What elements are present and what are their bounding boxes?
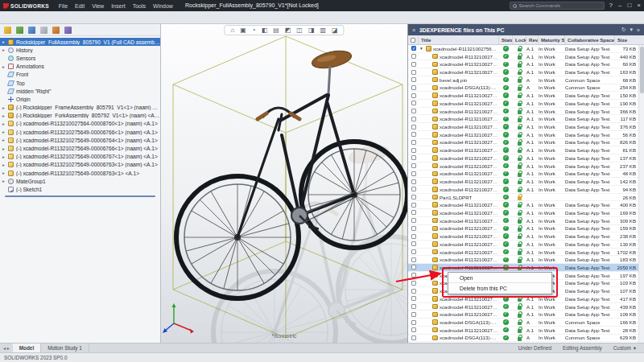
tree-item[interactable]: ▸(-) xcadmodel-R113210275649-00006766<1>…	[0, 144, 160, 152]
pin-icon[interactable]: ▾	[630, 27, 634, 33]
file-row[interactable]: bevel adj.pinAIn WorkCommon Space68 KB	[408, 76, 644, 84]
row-checkbox[interactable]	[411, 125, 416, 130]
displaymanager-tab-icon[interactable]	[52, 27, 60, 34]
file-row[interactable]: xcadmodel-R113210027564...A.1In WorkData…	[408, 108, 644, 116]
menu-window[interactable]: Window	[153, 3, 173, 9]
file-row[interactable]: Part1.SLDPRT26 KB	[408, 194, 644, 202]
file-row[interactable]: xcadmodel-R113210027564...A.1In WorkData…	[408, 209, 644, 217]
maximize-button[interactable]: □	[627, 2, 631, 10]
tree-item[interactable]: midden "Right"	[0, 87, 160, 95]
row-checkbox[interactable]	[411, 289, 416, 294]
menu-insert[interactable]: Insert	[111, 3, 126, 9]
tree-item[interactable]: Origin	[0, 95, 160, 103]
row-checkbox[interactable]	[411, 312, 416, 317]
row-checkbox[interactable]	[411, 101, 416, 105]
file-row[interactable]: xcadmodel-R113210027564...A.1In WorkData…	[408, 92, 644, 100]
row-checkbox[interactable]	[411, 327, 416, 332]
context-menu-delete-from-pc[interactable]: Delete from this PC	[448, 283, 551, 294]
tree-expander-icon[interactable]: ▸	[2, 39, 8, 44]
tree-item[interactable]: ▸History	[0, 46, 160, 54]
zoom-fit-icon[interactable]: ⌂	[230, 26, 234, 35]
refresh-icon[interactable]: ↻	[621, 27, 626, 33]
file-row[interactable]: xcadmodel-R113210027564...A.1In WorkData…	[408, 327, 644, 335]
menu-file[interactable]: File	[59, 3, 68, 9]
dynamic-annotation-icon[interactable]: ▤	[273, 26, 279, 35]
tab-scroll-arrows[interactable]: ◂ ▸	[0, 345, 13, 351]
file-row[interactable]: xcadmodel-R113210027564...A.1In WorkData…	[408, 295, 644, 303]
row-checkbox[interactable]	[411, 226, 416, 231]
collapse-icon[interactable]: »	[637, 27, 640, 33]
tree-item[interactable]: ▸(-) xcadmodel-R113210275649-00006766<1>…	[0, 128, 160, 136]
file-row[interactable]: xcadmodel-R113210027564...A.1In WorkData…	[408, 171, 644, 179]
row-checkbox[interactable]	[411, 234, 416, 239]
row-checkbox[interactable]	[411, 241, 416, 246]
file-row[interactable]: xcadmodel-R113210027564...A.1In WorkData…	[408, 146, 644, 154]
row-expander-icon[interactable]: ▾	[420, 46, 426, 51]
configurationmanager-tab-icon[interactable]	[28, 27, 35, 34]
file-row[interactable]: xcadmodel-R113210027564...A.1In WorkData…	[408, 225, 644, 233]
tab-motion-study[interactable]: Motion Study 1	[41, 343, 89, 352]
tree-expander-icon[interactable]: ▸	[2, 146, 8, 151]
file-row[interactable]: xcadmodel-R113210027564...A.1In WorkData…	[408, 217, 644, 225]
column-collaborative-space[interactable]: Collaborative Space	[565, 35, 615, 44]
hide-show-icon[interactable]: ◨	[308, 26, 315, 35]
file-row[interactable]: xcadmodel-R113210027564...A.1In WorkData…	[408, 201, 644, 209]
tree-item[interactable]: Top	[0, 79, 160, 87]
row-checkbox[interactable]	[411, 93, 416, 98]
column-title[interactable]: Title	[419, 35, 499, 44]
row-checkbox[interactable]	[411, 85, 416, 90]
cam-tab-icon[interactable]	[64, 27, 72, 34]
tree-expander-icon[interactable]: ▸	[2, 130, 8, 134]
scrollbar-thumb[interactable]	[640, 47, 644, 93]
row-checkbox[interactable]	[411, 54, 416, 59]
tree-item[interactable]: ▸(-) xcadmodel-R113210275649-00006767<1>…	[0, 153, 160, 161]
file-row[interactable]: xcadmodel-R113210027564...A.1In WorkData…	[408, 249, 644, 257]
row-checkbox[interactable]	[411, 335, 416, 340]
row-checkbox[interactable]	[411, 155, 416, 160]
file-row[interactable]: xcadmodel-R113210027564...A.1In WorkData…	[408, 303, 644, 311]
close-button[interactable]: ×	[637, 2, 641, 10]
dimxpertmanager-tab-icon[interactable]	[40, 27, 47, 34]
row-checkbox[interactable]	[411, 163, 416, 168]
tree-item[interactable]: ▸(-) Rockskipper_FrameAssembly_805791_V1…	[0, 104, 160, 112]
menu-edit[interactable]: Edit	[75, 3, 85, 9]
row-checkbox[interactable]	[411, 257, 416, 262]
tree-expander-icon[interactable]: ▸	[2, 179, 8, 183]
tree-expander-icon[interactable]: ▸	[2, 171, 8, 175]
tree-item[interactable]: Front	[0, 71, 160, 79]
row-checkbox[interactable]	[411, 77, 416, 82]
file-row[interactable]: xcadmodel-R113210027564...A.1In WorkData…	[408, 154, 644, 162]
row-checkbox[interactable]	[411, 281, 416, 286]
row-checkbox[interactable]	[411, 265, 416, 269]
tree-item[interactable]: ▸(-) xcadmodel-R113210027564-00008760<1>…	[0, 120, 160, 128]
row-checkbox[interactable]	[411, 320, 416, 325]
row-checkbox[interactable]	[411, 296, 416, 301]
row-checkbox[interactable]	[411, 70, 416, 75]
file-row[interactable]: xcadmodel-R113210027564...A.1In WorkData…	[408, 311, 644, 319]
propertymanager-tab-icon[interactable]	[16, 27, 23, 34]
file-row[interactable]: xcadmodel-R113210027564...A.1In WorkData…	[408, 264, 644, 272]
tree-item[interactable]: ▸(-) xcadmodel-R113210275649-00006764<1>…	[0, 136, 160, 144]
column-size[interactable]: Size	[615, 35, 638, 44]
file-row[interactable]: xcadmodel-R113210027564...A.1In WorkData…	[408, 232, 644, 241]
file-row[interactable]: ▾xcadmodel-R1132100275649...A.1In WorkDa…	[408, 45, 644, 53]
tree-item[interactable]: ▸(-) Rockskipper_ForkAssembly_805792_V1<…	[0, 112, 160, 120]
file-row[interactable]: xcadmodel-R113210027564...A.1In WorkData…	[408, 162, 644, 171]
column-maturity-state[interactable]: Maturity State	[539, 35, 565, 44]
tree-item[interactable]: (-) Sketch1	[0, 185, 160, 193]
tree-expander-icon[interactable]: ▸	[2, 162, 8, 167]
row-checkbox[interactable]	[411, 195, 416, 200]
section-view-icon[interactable]: ◧	[262, 26, 268, 35]
help-button[interactable]: ?	[609, 2, 613, 10]
row-checkbox[interactable]	[411, 171, 416, 176]
tree-expander-icon[interactable]: ▸	[2, 64, 8, 69]
tree-expander-icon[interactable]: ▸	[2, 121, 8, 126]
file-row[interactable]: xcadmodel-DSGA(113)-0000...AIn WorkCommo…	[408, 84, 644, 93]
row-checkbox[interactable]	[411, 62, 416, 67]
tree-item[interactable]: ▸(-) xcadmodel-R113210275649-00008763<1>…	[0, 169, 160, 177]
file-row[interactable]: xcadmodel-R113210027564...A.1In WorkData…	[408, 60, 644, 68]
row-checkbox[interactable]	[411, 179, 416, 184]
row-checkbox[interactable]	[411, 218, 416, 223]
row-checkbox[interactable]	[411, 117, 416, 121]
file-row[interactable]: xcadmodel-DSGA(113)-0000...AIn WorkCommo…	[408, 319, 644, 327]
